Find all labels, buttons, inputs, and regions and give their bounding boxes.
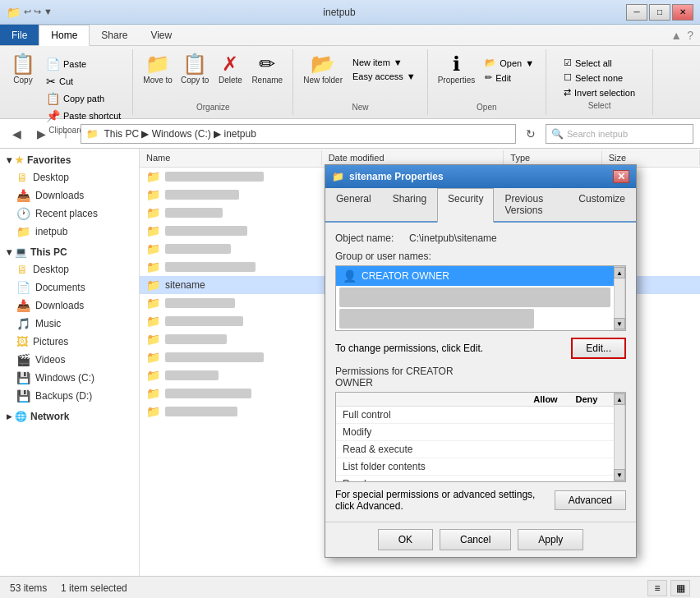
perm-name-read: Read xyxy=(343,478,525,482)
sidebar-item-videos[interactable]: 🎬 Videos xyxy=(0,351,139,369)
cut-button[interactable]: ✂ Cut xyxy=(41,73,126,90)
up-button[interactable]: ↑ xyxy=(56,124,76,144)
sidebar-item-this-pc-downloads[interactable]: 📥 Downloads xyxy=(0,297,139,315)
advanced-button[interactable]: Advanced xyxy=(555,490,626,510)
scroll-down-btn[interactable]: ▼ xyxy=(614,318,625,329)
copy-to-icon: 📋 xyxy=(182,54,207,74)
sidebar-item-windows-c[interactable]: 💾 Windows (C:) xyxy=(0,369,139,387)
ribbon-collapse-btn[interactable]: ▲ xyxy=(670,29,682,42)
quick-access-icons: ↩ ↪ ▼ xyxy=(24,7,53,17)
perm-table-header: Allow Deny xyxy=(336,393,614,407)
downloads-folder-icon: 📥 xyxy=(16,189,30,202)
maximize-button[interactable]: □ xyxy=(649,4,670,21)
sidebar-item-music[interactable]: 🎵 Music xyxy=(0,315,139,333)
col-header-name[interactable]: Name xyxy=(140,150,322,165)
scroll-up-btn[interactable]: ▲ xyxy=(614,267,625,278)
copy-path-icon: 📋 xyxy=(46,92,60,105)
edit-ribbon-button[interactable]: ✏ Edit xyxy=(480,71,539,85)
back-button[interactable]: ◀ xyxy=(7,124,26,144)
rename-button[interactable]: ✏ Rename xyxy=(248,53,286,86)
change-perm-row: To change permissions, click Edit. Edit.… xyxy=(335,338,626,359)
dialog-title-bar: 📁 sitename Properties ✕ xyxy=(325,165,636,188)
blurred-filename xyxy=(165,316,243,326)
items-count: 53 items xyxy=(10,582,47,594)
new-item-button[interactable]: New item ▼ xyxy=(348,56,421,69)
invert-selection-button[interactable]: ⇄ Invert selection xyxy=(559,85,640,99)
forward-button[interactable]: ▶ xyxy=(31,124,51,144)
open-button[interactable]: 📂 Open ▼ xyxy=(480,56,539,70)
copy-button[interactable]: 📋 Copy xyxy=(7,53,39,86)
select-all-button[interactable]: ☑ Select all xyxy=(559,56,640,70)
tab-file[interactable]: File xyxy=(0,25,39,45)
window-title: inetpub xyxy=(53,7,626,18)
move-to-button[interactable]: 📁 Move to xyxy=(140,53,176,86)
easy-access-button[interactable]: Easy access ▼ xyxy=(348,70,421,83)
copy-path-button[interactable]: 📋 Copy path xyxy=(41,90,126,107)
sidebar-item-desktop[interactable]: 🖥 Desktop xyxy=(0,168,139,186)
address-input[interactable]: 📁 This PC ▶ Windows (C:) ▶ inetpub xyxy=(81,124,516,144)
search-box[interactable]: 🔍 Search inetpub xyxy=(546,124,693,144)
dialog-tab-security[interactable]: Security xyxy=(437,188,494,223)
sidebar-item-pictures[interactable]: 🖼 Pictures xyxy=(0,333,139,351)
paste-shortcut-button[interactable]: 📌 Paste shortcut xyxy=(41,108,126,124)
favorites-header[interactable]: ▾ ★ Favorites xyxy=(0,152,139,168)
user-list-box[interactable]: 👤 CREATOR OWNER ▲ ▼ xyxy=(335,265,626,331)
user-list-scrollbar[interactable]: ▲ ▼ xyxy=(614,266,625,330)
col-header-date[interactable]: Date modified xyxy=(322,150,504,165)
dialog-tab-general[interactable]: General xyxy=(325,188,382,221)
this-pc-header[interactable]: ▾ 💻 This PC xyxy=(0,244,139,260)
perm-name-modify: Modify xyxy=(343,426,525,438)
help-icon[interactable]: ? xyxy=(687,29,693,42)
select-none-button[interactable]: ☐ Select none xyxy=(559,71,640,85)
dialog-tab-customize[interactable]: Customize xyxy=(568,188,636,221)
folder-icon: 📁 xyxy=(146,297,160,310)
perm-scrollbar[interactable]: ▲ ▼ xyxy=(614,393,625,481)
network-chevron: ▸ xyxy=(7,411,12,422)
properties-button[interactable]: ℹ Properties xyxy=(435,53,479,86)
refresh-button[interactable]: ↻ xyxy=(521,124,541,144)
search-placeholder: Search inetpub xyxy=(567,129,628,139)
cancel-button[interactable]: Cancel xyxy=(440,529,511,550)
details-view-button[interactable]: ▦ xyxy=(670,580,690,596)
user-list-item-blurred-3[interactable] xyxy=(339,309,534,329)
delete-button[interactable]: ✗ Delete xyxy=(214,53,246,86)
dialog-tabs: General Sharing Security Previous Versio… xyxy=(325,188,636,223)
col-header-type[interactable]: Type xyxy=(504,150,601,165)
sidebar-item-recent-places[interactable]: 🕐 Recent places xyxy=(0,205,139,223)
sidebar-item-documents[interactable]: 📄 Documents xyxy=(0,278,139,297)
list-view-button[interactable]: ≡ xyxy=(647,580,667,596)
sidebar-item-downloads[interactable]: 📥 Downloads xyxy=(0,186,139,205)
perm-scroll-down[interactable]: ▼ xyxy=(614,469,625,481)
minimize-button[interactable]: ─ xyxy=(626,4,647,21)
dialog-tab-sharing[interactable]: Sharing xyxy=(382,188,437,221)
sidebar-item-backups-d[interactable]: 💾 Backups (D:) xyxy=(0,387,139,405)
music-icon: 🎵 xyxy=(16,317,30,330)
properties-dialog: 📁 sitename Properties ✕ General Sharing … xyxy=(325,164,637,558)
copy-to-button[interactable]: 📋 Copy to xyxy=(177,53,212,86)
ok-button[interactable]: OK xyxy=(378,529,433,550)
dialog-tab-previous-versions[interactable]: Previous Versions xyxy=(494,188,568,221)
user-list-item-creator-owner[interactable]: 👤 CREATOR OWNER xyxy=(336,266,614,286)
user-list-item-blurred-2[interactable] xyxy=(339,288,610,307)
title-bar-left: 📁 ↩ ↪ ▼ xyxy=(7,6,53,19)
edit-button[interactable]: Edit... xyxy=(571,338,626,359)
tab-home[interactable]: Home xyxy=(39,25,90,46)
sidebar-item-this-pc-desktop[interactable]: 🖥 Desktop xyxy=(0,260,139,278)
apply-button[interactable]: Apply xyxy=(518,529,583,550)
paste-button[interactable]: 📄 Paste xyxy=(41,56,126,72)
dialog-close-button[interactable]: ✕ xyxy=(613,170,629,183)
videos-icon: 🎬 xyxy=(16,353,30,366)
folder-icon: 📁 xyxy=(146,315,160,328)
invert-icon: ⇄ xyxy=(564,87,571,98)
col-header-size[interactable]: Size xyxy=(602,150,700,165)
close-button[interactable]: ✕ xyxy=(672,4,693,21)
this-pc-downloads-icon: 📥 xyxy=(16,299,30,312)
new-folder-button[interactable]: 📂 New folder xyxy=(300,53,346,86)
tab-share[interactable]: Share xyxy=(90,25,139,45)
perm-scroll-up[interactable]: ▲ xyxy=(614,393,625,405)
network-icon: 🌐 xyxy=(15,411,27,422)
tab-view[interactable]: View xyxy=(139,25,183,45)
network-header[interactable]: ▸ 🌐 Network xyxy=(0,408,139,425)
blurred-filename xyxy=(165,389,251,398)
sidebar-item-inetpub[interactable]: 📁 inetpub xyxy=(0,223,139,241)
